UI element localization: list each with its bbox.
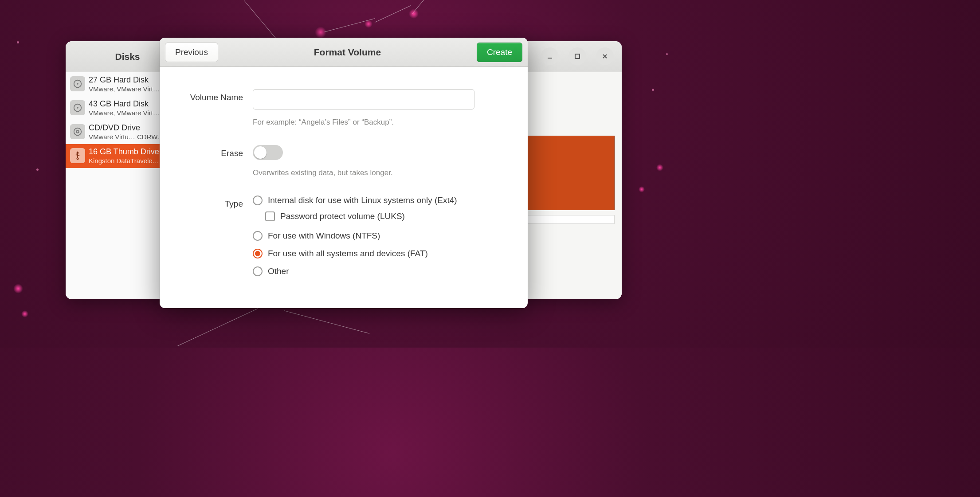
radio-label: Other bbox=[268, 266, 289, 276]
type-radio-fat[interactable]: For use with all systems and devices (FA… bbox=[253, 249, 474, 258]
disk-title: CD/DVD Drive bbox=[89, 123, 164, 133]
svg-point-4 bbox=[77, 107, 78, 109]
disk-subtitle: VMware, VMware Virt… bbox=[89, 109, 160, 117]
disk-title: 16 GB Thumb Drive bbox=[89, 147, 159, 157]
type-label: Type bbox=[186, 196, 253, 209]
disk-title: 27 GB Hard Disk bbox=[89, 75, 160, 85]
type-radio-other[interactable]: Other bbox=[253, 266, 474, 276]
window-close-button[interactable] bbox=[596, 47, 614, 65]
radio-icon bbox=[253, 266, 263, 276]
disk-subtitle: VMware, VMware Virt… bbox=[89, 85, 160, 94]
radio-icon bbox=[253, 249, 263, 258]
dialog-title: Format Volume bbox=[314, 47, 381, 58]
disk-subtitle: Kingston DataTravele… bbox=[89, 157, 159, 165]
radio-label: For use with Windows (NTFS) bbox=[268, 231, 380, 241]
erase-hint: Overwrites existing data, but takes long… bbox=[253, 168, 474, 178]
window-maximize-button[interactable] bbox=[568, 47, 586, 65]
volume-name-input[interactable] bbox=[253, 89, 474, 110]
volume-name-hint: For example: “Angela’s Files” or “Backup… bbox=[253, 117, 474, 127]
svg-point-2 bbox=[77, 83, 78, 85]
hdd-icon bbox=[70, 100, 85, 115]
svg-point-5 bbox=[74, 128, 82, 136]
luks-checkbox[interactable]: Password protect volume (LUKS) bbox=[265, 211, 474, 221]
format-volume-dialog: Previous Format Volume Create Volume Nam… bbox=[160, 38, 528, 308]
radio-icon bbox=[253, 196, 263, 205]
radio-label: Internal disk for use with Linux systems… bbox=[268, 196, 457, 205]
svg-rect-0 bbox=[575, 54, 580, 59]
radio-icon bbox=[253, 231, 263, 241]
checkbox-icon bbox=[265, 211, 275, 221]
hdd-icon bbox=[70, 76, 85, 91]
usb-icon bbox=[70, 148, 85, 163]
disk-title: 43 GB Hard Disk bbox=[89, 99, 160, 109]
volume-name-label: Volume Name bbox=[186, 89, 253, 102]
checkbox-label: Password protect volume (LUKS) bbox=[280, 211, 405, 221]
optical-disc-icon bbox=[70, 124, 85, 139]
window-minimize-button[interactable] bbox=[541, 47, 559, 65]
create-button[interactable]: Create bbox=[477, 43, 522, 62]
disk-subtitle: VMware Virtu… CDRW… bbox=[89, 133, 164, 141]
svg-point-6 bbox=[76, 130, 79, 133]
erase-label: Erase bbox=[186, 145, 253, 158]
type-radio-ext4[interactable]: Internal disk for use with Linux systems… bbox=[253, 196, 474, 205]
previous-button[interactable]: Previous bbox=[165, 43, 218, 62]
type-radio-ntfs[interactable]: For use with Windows (NTFS) bbox=[253, 231, 474, 241]
dialog-header: Previous Format Volume Create bbox=[160, 38, 528, 67]
erase-switch[interactable] bbox=[253, 145, 283, 160]
radio-label: For use with all systems and devices (FA… bbox=[268, 249, 428, 258]
